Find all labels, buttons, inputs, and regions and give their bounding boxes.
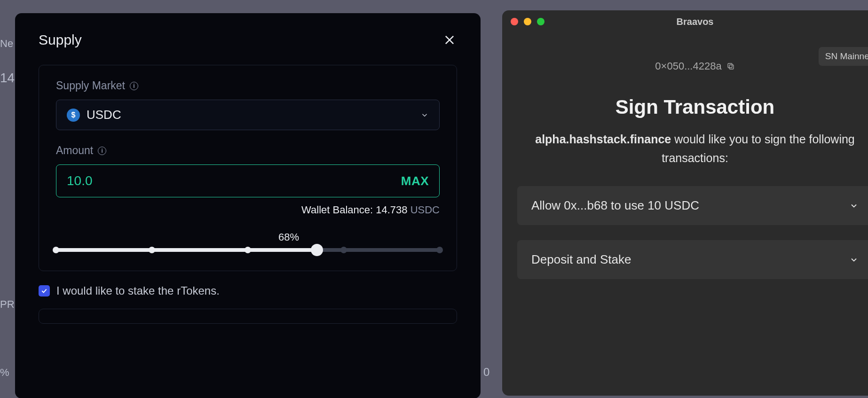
supply-modal: Supply Supply Market i USDC Amount i [15, 13, 481, 398]
chevron-down-icon [849, 255, 859, 265]
traffic-light-maximize[interactable] [537, 18, 544, 25]
svg-rect-1 [728, 63, 732, 68]
slider-fill [56, 248, 317, 252]
slider-track [56, 248, 440, 252]
chevron-down-icon [420, 111, 429, 119]
bg-text: 14 [0, 70, 15, 86]
supply-form-section: Supply Market i USDC Amount i 10.0 MAX W… [39, 65, 457, 271]
max-button[interactable]: MAX [401, 174, 429, 188]
close-icon [443, 33, 456, 47]
balance-token: USDC [410, 204, 440, 216]
balance-value: 14.738 [376, 204, 410, 216]
wallet-window: Braavos SN Mainnet 0×050...4228a Sign Tr… [502, 10, 868, 396]
wallet-address: 0×050...4228a [655, 60, 721, 72]
sign-transaction-title: Sign Transaction [502, 96, 868, 118]
copy-icon[interactable] [726, 62, 735, 70]
supply-header: Supply [39, 32, 457, 48]
transaction-label: Allow 0x...b68 to use 10 USDC [531, 198, 699, 213]
info-icon[interactable]: i [98, 147, 106, 155]
market-select[interactable]: USDC [56, 100, 440, 130]
slider-tick [245, 247, 251, 253]
slider-tick [53, 247, 59, 253]
wallet-address-row: 0×050...4228a [502, 60, 868, 72]
slider-tick [340, 247, 347, 253]
wallet-title: Braavos [677, 16, 714, 27]
slider-percent-label: 68% [275, 231, 303, 243]
svg-rect-0 [729, 65, 734, 69]
close-button[interactable] [442, 32, 457, 47]
subtitle-suffix: would like you to sign the following tra… [662, 133, 855, 164]
bg-text: Ne [0, 38, 13, 50]
traffic-light-minimize[interactable] [524, 18, 531, 25]
chevron-down-icon [849, 201, 859, 211]
wallet-subheader: SN Mainnet 0×050...4228a [502, 33, 868, 96]
stake-checkbox[interactable] [39, 285, 50, 297]
check-icon [40, 287, 48, 295]
transaction-list: Allow 0x...b68 to use 10 USDC Deposit an… [502, 186, 868, 279]
supply-title: Supply [39, 32, 82, 48]
amount-label-row: Amount i [56, 144, 440, 157]
amount-input-box: 10.0 MAX [56, 164, 440, 197]
stake-row: I would like to stake the rTokens. [39, 284, 457, 297]
bg-text: % [0, 367, 9, 379]
bg-text: 0 [483, 366, 489, 379]
usdc-icon [67, 109, 80, 122]
network-badge[interactable]: SN Mainnet [819, 47, 868, 66]
wallet-titlebar: Braavos [502, 10, 868, 33]
market-label-row: Supply Market i [56, 79, 440, 92]
info-icon[interactable]: i [130, 82, 138, 90]
amount-label: Amount [56, 144, 93, 157]
bg-text: PR [0, 298, 15, 311]
transaction-item[interactable]: Deposit and Stake [517, 240, 868, 279]
next-section [39, 309, 457, 324]
traffic-lights [511, 18, 544, 25]
market-label: Supply Market [56, 79, 125, 92]
requesting-domain: alpha.hashstack.finance [535, 133, 671, 146]
market-selected-value: USDC [87, 108, 121, 122]
market-select-left: USDC [67, 108, 121, 122]
percentage-slider[interactable]: 68% [56, 231, 440, 252]
amount-input[interactable]: 10.0 [67, 173, 93, 188]
transaction-label: Deposit and Stake [531, 252, 631, 267]
transaction-item[interactable]: Allow 0x...b68 to use 10 USDC [517, 186, 868, 225]
traffic-light-close[interactable] [511, 18, 518, 25]
stake-label: I would like to stake the rTokens. [56, 284, 220, 297]
sign-transaction-subtitle: alpha.hashstack.finance would like you t… [502, 130, 868, 167]
slider-tick [436, 247, 443, 253]
wallet-balance-row: Wallet Balance: 14.738 USDC [56, 204, 440, 216]
balance-label: Wallet Balance: [301, 204, 376, 216]
slider-tick [149, 247, 155, 253]
slider-thumb[interactable] [311, 244, 323, 256]
